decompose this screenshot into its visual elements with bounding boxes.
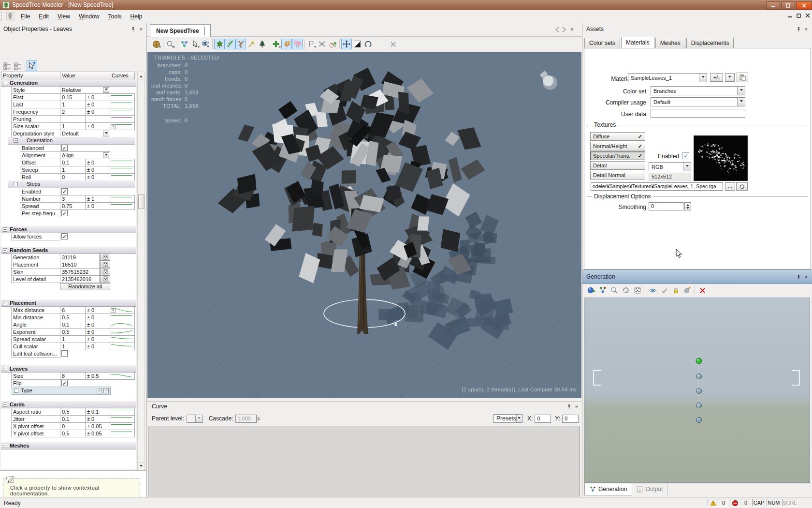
property-value[interactable]: 1 — [60, 166, 86, 174]
add-remove-material-button[interactable]: +/- — [710, 73, 723, 82]
zoom-tool-icon[interactable] — [165, 39, 175, 49]
property-value[interactable]: 1 — [60, 335, 86, 343]
menu-item[interactable]: Help — [126, 12, 147, 21]
channel-select[interactable]: RGB — [649, 162, 691, 171]
seed-value[interactable]: 31119 — [60, 254, 100, 261]
material-select[interactable]: SampleLeaves_1 — [628, 73, 707, 82]
collapse-icon[interactable]: − — [3, 248, 7, 253]
curve-thumbnail[interactable] — [110, 415, 135, 423]
smoothing-field[interactable]: 0 — [649, 202, 683, 210]
minimize-button[interactable] — [766, 1, 780, 10]
property-value[interactable]: 1 — [60, 343, 86, 350]
compiler-usage-select[interactable]: Default — [651, 97, 745, 106]
column-curves[interactable]: Curves — [110, 72, 135, 79]
property-variance[interactable]: ± 0 — [85, 93, 110, 101]
ring-handle[interactable] — [394, 323, 397, 326]
subsection-header[interactable]: −Steps — [8, 180, 135, 188]
type-subsection[interactable]: Type−+ — [12, 387, 111, 395]
curve-thumbnail[interactable] — [110, 408, 135, 416]
randomize-dice-icon[interactable] — [632, 285, 643, 296]
property-checkbox[interactable]: ✓ — [61, 380, 68, 386]
property-variance[interactable]: ± 0 — [85, 166, 110, 174]
world-view-icon[interactable] — [151, 39, 161, 49]
collapse-icon[interactable]: − — [3, 301, 7, 305]
property-variance[interactable]: ± 0.05 — [85, 430, 110, 437]
scroll-down-icon[interactable] — [138, 463, 144, 470]
column-value[interactable]: Value — [60, 72, 110, 79]
assets-tab[interactable]: Color sets — [584, 38, 620, 48]
property-variance[interactable]: ± 1 — [85, 195, 110, 203]
curve-thumbnail[interactable] — [110, 328, 135, 336]
collapse-icon[interactable]: − — [3, 367, 7, 371]
dice-icon[interactable] — [100, 254, 110, 261]
curve-pin-icon[interactable] — [566, 403, 572, 410]
dice-icon[interactable] — [100, 268, 110, 275]
property-value[interactable]: 1 — [60, 122, 86, 130]
property-checkbox[interactable]: ✓ — [61, 188, 68, 194]
cascade-spinner[interactable] — [257, 415, 260, 422]
curve-thumbnail[interactable] — [110, 430, 135, 437]
property-value[interactable]: 0.15 — [60, 93, 86, 101]
tab-output[interactable]: Output — [632, 483, 668, 495]
show-leaves-icon[interactable] — [214, 39, 225, 49]
add-type-icon[interactable]: + — [103, 388, 109, 393]
tab-close-icon[interactable]: × — [570, 26, 574, 33]
property-value[interactable]: 0.1 — [60, 321, 86, 329]
presets-select[interactable]: Presets — [493, 414, 522, 423]
curve-thumbnail[interactable] — [110, 93, 135, 101]
whole-tree-icon[interactable] — [257, 39, 267, 49]
texture-slot-button[interactable]: Detail Normal✓ — [590, 171, 645, 179]
color-set-select[interactable]: Branches — [651, 86, 745, 95]
seed-value[interactable]: 16510 — [60, 261, 100, 269]
reload-texture-icon[interactable] — [736, 182, 748, 191]
rotate-gizmo-icon[interactable] — [362, 39, 373, 49]
property-variance[interactable]: ± 0 — [85, 335, 110, 343]
section-header[interactable]: −Cards — [1, 401, 136, 408]
property-variance[interactable]: ± 0 — [85, 101, 110, 108]
scale-gizmo-icon[interactable] — [352, 39, 362, 49]
curve-thumbnail[interactable] — [110, 314, 135, 321]
property-variance[interactable]: ± 0 — [85, 328, 110, 336]
assets-tab[interactable]: Meshes — [655, 38, 685, 48]
property-dropdown[interactable]: Align — [60, 151, 110, 159]
curve-editor-canvas[interactable] — [148, 426, 580, 496]
collapse-all-icon[interactable] — [13, 60, 23, 71]
refresh-icon[interactable] — [620, 285, 632, 296]
property-variance[interactable]: ± 0 — [85, 306, 110, 314]
pin-icon[interactable] — [130, 26, 136, 32]
curve-thumbnail[interactable] — [110, 202, 135, 210]
curve-thumbnail[interactable] — [110, 321, 135, 329]
forces-balloons-icon[interactable] — [292, 39, 303, 49]
enable-check-icon[interactable] — [658, 285, 670, 296]
texture-slot-button[interactable]: Detail✓ — [590, 161, 645, 170]
property-value[interactable]: 3 — [60, 195, 86, 203]
section-header[interactable]: −Random Seeds — [1, 246, 136, 254]
close-button[interactable] — [796, 1, 812, 10]
add-node-icon[interactable] — [271, 39, 281, 49]
visibility-eye-icon[interactable] — [647, 285, 658, 296]
curve-thumbnail[interactable] — [110, 343, 135, 350]
generation-node-view[interactable] — [584, 298, 810, 483]
tree-node-3[interactable] — [696, 403, 702, 408]
curve-thumbnail[interactable] — [110, 195, 135, 203]
tab-scroll-left-icon[interactable] — [555, 27, 560, 34]
node-edit-icon[interactable] — [179, 39, 189, 49]
column-property[interactable]: Property — [1, 72, 60, 79]
property-value[interactable]: 0.5 — [60, 328, 86, 336]
property-value[interactable]: 0 — [60, 173, 86, 181]
warning-counter[interactable]: 0 — [708, 499, 728, 507]
curve-thumbnail[interactable] — [110, 159, 135, 166]
menu-item[interactable]: Tools — [104, 12, 126, 21]
property-checkbox[interactable]: ✓ — [61, 145, 68, 151]
parent-level-select[interactable] — [187, 415, 203, 423]
seed-value[interactable]: 2135462016 — [60, 275, 100, 283]
property-variance[interactable]: ± 0 — [85, 343, 110, 350]
collapse-icon[interactable]: − — [3, 403, 7, 407]
lock-icon[interactable] — [670, 285, 682, 296]
property-grid-scrollbar[interactable] — [137, 72, 145, 470]
property-checkbox[interactable] — [61, 350, 68, 357]
property-variance[interactable] — [85, 115, 110, 123]
property-checkbox[interactable]: ✓ — [61, 210, 68, 216]
browse-button[interactable]: ... — [725, 182, 735, 191]
assets-close-icon[interactable]: × — [803, 26, 810, 32]
